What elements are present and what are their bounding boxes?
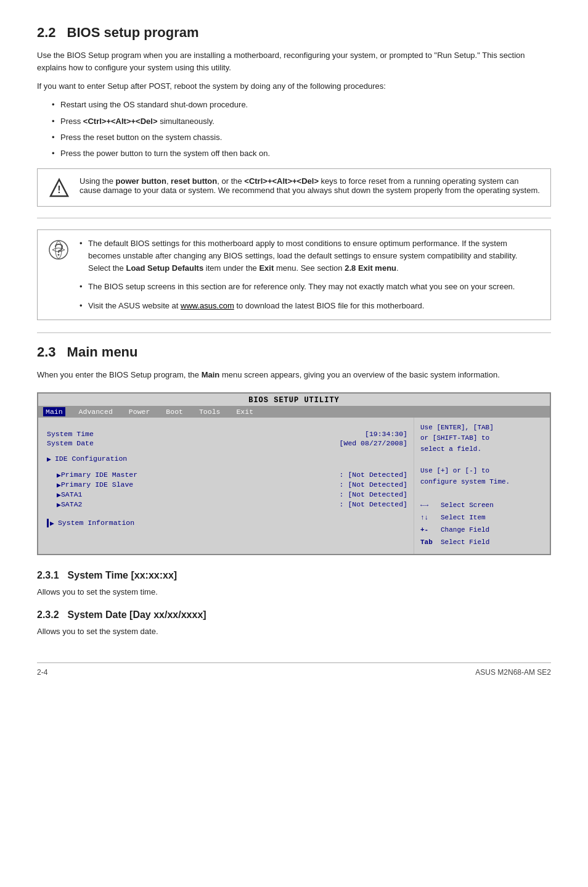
warning-icon: ! [49, 178, 70, 199]
bios-subitem-primary-master: ▶ Primary IDE Master : [Not Detected] [57, 471, 407, 479]
warning-text: Using the power button, reset button, or… [80, 176, 541, 195]
svg-point-2 [49, 241, 68, 259]
bios-time-value: [19:34:30] [335, 430, 407, 438]
bios-body: System Time [19:34:30] System Date [Wed … [38, 418, 550, 554]
bullet-4: Press the power button to turn the syste… [52, 147, 551, 160]
bios-ide-config-row: ▶ IDE Configuration [47, 455, 407, 463]
bios-right-panel: Use [ENTER], [TAB] or [SHIFT-TAB] to sel… [414, 418, 550, 554]
footer-product: ASUS M2N68-AM SE2 [475, 668, 551, 677]
bios-key-item: ↑↓ Select Item [420, 512, 544, 524]
bios-subitem-sata2: ▶ SATA2 : [Not Detected] [57, 500, 407, 509]
section-232-heading: 2.3.2 System Date [Day xx/xx/xxxx] [37, 609, 551, 621]
warning-icon-area: ! [47, 176, 71, 199]
bios-menu-exit[interactable]: Exit [234, 407, 256, 416]
bios-key-legend: ←→ Select Screen ↑↓ Select Item +- Chang… [420, 500, 544, 548]
bios-menu-bar: Main Advanced Power Boot Tools Exit [38, 406, 550, 418]
section-231-title: System Time [xx:xx:xx] [68, 570, 178, 581]
divider-1 [37, 218, 551, 218]
footer-page: 2-4 [37, 668, 47, 677]
bios-subitem-primary-slave: ▶ Primary IDE Slave : [Not Detected] [57, 481, 407, 489]
asus-link[interactable]: www.asus.com [181, 301, 234, 310]
note-1: The default BIOS settings for this mothe… [80, 237, 541, 274]
bios-screen: BIOS SETUP UTILITY Main Advanced Power B… [37, 392, 551, 555]
section-22-intro: Use the BIOS Setup program when you are … [37, 49, 551, 74]
bios-key-tab: Tab Select Field [420, 537, 544, 549]
divider-2 [37, 332, 551, 333]
note-3: Visit the ASUS website at www.asus.com t… [80, 300, 541, 312]
section-232-title: System Date [Day xx/xx/xxxx] [68, 609, 206, 621]
section-22-bullets: Restart using the OS standard shut-down … [52, 99, 551, 160]
page-footer: 2-4 ASUS M2N68-AM SE2 [37, 662, 551, 677]
bios-key-screen: ←→ Select Screen [420, 500, 544, 512]
bios-menu-advanced[interactable]: Advanced [76, 407, 115, 416]
section-22-intro2: If you want to enter Setup after POST, r… [37, 80, 551, 93]
bios-menu-main[interactable]: Main [43, 407, 65, 416]
note-box: The default BIOS settings for this mothe… [37, 229, 551, 320]
bios-system-time-row: System Time [19:34:30] [47, 430, 407, 438]
section-231-heading: 2.3.1 System Time [xx:xx:xx] [37, 570, 551, 581]
note-icon [47, 239, 70, 261]
section-232-desc: Allows you to set the system date. [37, 625, 551, 638]
section-22-title: BIOS setup program [67, 25, 199, 41]
svg-point-3 [58, 254, 60, 255]
bios-system-date-row: System Date [Wed 08/27/2008] [47, 439, 407, 447]
bullet-3: Press the reset button on the system cha… [52, 131, 551, 144]
section-22-heading: 2.2 BIOS setup program [37, 25, 551, 41]
svg-text:!: ! [57, 184, 60, 195]
bios-header: BIOS SETUP UTILITY [38, 394, 550, 406]
section-23-number: 2.3 [37, 344, 56, 360]
warning-box: ! Using the power button, reset button, … [37, 168, 551, 207]
bullet-2: Press <Ctrl>+<Alt>+<Del> simultaneously. [52, 115, 551, 128]
bios-date-value: [Wed 08/27/2008] [309, 439, 407, 447]
bios-subitem-sata1: ▶ SATA1 : [Not Detected] [57, 490, 407, 499]
bios-help-text: Use [ENTER], [TAB] or [SHIFT-TAB] to sel… [420, 423, 544, 488]
bios-menu-boot[interactable]: Boot [163, 407, 186, 416]
section-23-intro: When you enter the BIOS Setup program, t… [37, 369, 551, 381]
section-231-number: 2.3.1 [37, 570, 59, 581]
section-22-number: 2.2 [37, 25, 56, 41]
bullet-1: Restart using the OS standard shut-down … [52, 99, 551, 111]
bios-menu-power[interactable]: Power [126, 407, 153, 416]
section-232-number: 2.3.2 [37, 609, 59, 621]
bios-system-info-row: ▶ System Information [47, 519, 407, 527]
section-23-title: Main menu [67, 344, 138, 360]
bios-left-panel: System Time [19:34:30] System Date [Wed … [38, 418, 414, 554]
bios-menu-tools[interactable]: Tools [197, 407, 223, 416]
note-icon-area [47, 237, 71, 263]
bios-key-field: +- Change Field [420, 524, 544, 537]
note-2: The BIOS setup screens in this section a… [80, 281, 541, 293]
section-231-desc: Allows you to set the system time. [37, 586, 551, 598]
bios-subitems: ▶ Primary IDE Master : [Not Detected] ▶ … [47, 471, 407, 509]
section-23-heading: 2.3 Main menu [37, 344, 551, 360]
note-list: The default BIOS settings for this mothe… [80, 237, 541, 312]
